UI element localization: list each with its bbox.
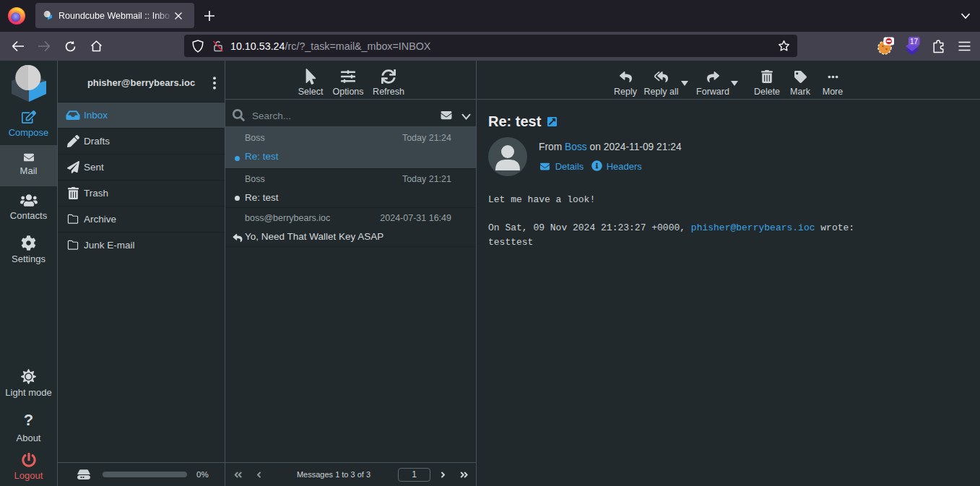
svg-text:17: 17 <box>910 38 919 45</box>
